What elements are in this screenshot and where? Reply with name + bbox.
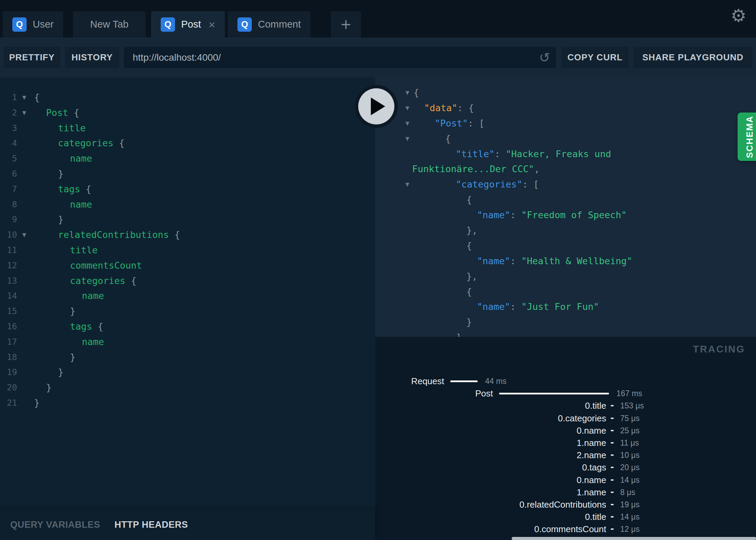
fold-arrow-icon[interactable]: ▼ <box>19 105 29 121</box>
prettify-button[interactable]: PRETTIFY <box>3 47 60 68</box>
response-code: ] <box>456 330 461 337</box>
query-variables-tab[interactable]: QUERY VARIABLES <box>10 520 100 530</box>
trace-dash <box>611 479 614 481</box>
tracing-title: TRACING <box>693 344 745 355</box>
trace-label: 0.name <box>375 474 606 486</box>
fold-arrow-icon[interactable]: ▼ <box>19 90 29 105</box>
response-code: "name": "Freedom of Speech" <box>477 208 627 223</box>
response-code: "title": "Hacker, Freaks und <box>456 147 611 162</box>
query-badge: Q <box>161 17 175 32</box>
response-line: ] <box>375 330 756 337</box>
response-code: "data": { <box>424 101 474 116</box>
response-line: ▼ "data": { <box>375 101 756 116</box>
line-number: 4 <box>0 136 17 151</box>
close-tab-icon[interactable]: × <box>208 19 215 30</box>
trace-duration-value: 10 μs <box>620 449 640 461</box>
editor-code: title <box>70 243 98 258</box>
line-number: 9 <box>0 212 17 227</box>
endpoint-input[interactable] <box>124 47 556 68</box>
trace-label: 0.title <box>375 400 606 412</box>
settings-gear-icon[interactable]: ⚙ <box>730 5 746 26</box>
editor-code: Post { <box>46 105 79 121</box>
editor-code: commentsCount <box>70 258 142 273</box>
editor-code: } <box>58 212 63 227</box>
trace-label: 1.name <box>375 486 606 498</box>
trace-duration-value: 44 ms <box>485 375 507 387</box>
execute-query-button[interactable] <box>355 85 398 128</box>
tracing-field-row: 0.name 14 μs <box>375 474 756 486</box>
line-number: 20 <box>0 380 17 395</box>
tab-comment[interactable]: Q Comment <box>228 11 310 38</box>
trace-duration-value: 19 μs <box>620 498 640 511</box>
tab-new-tab[interactable]: New Tab <box>73 11 146 38</box>
collapse-arrow-icon[interactable]: ▼ <box>403 116 411 131</box>
tab-post[interactable]: Q Post × <box>151 11 225 38</box>
tracing-field-row: 0.name 25 μs <box>375 424 756 437</box>
tracing-scrollbar[interactable] <box>512 537 756 540</box>
response-code: Funktionäre...Der CCC", <box>412 162 540 177</box>
trace-duration-value: 12 μs <box>620 523 640 535</box>
editor-code: } <box>34 395 40 411</box>
line-number: 3 <box>0 121 17 136</box>
response-pane: ▼ { ▼ "data": { ▼ "Post": [ ▼ { "title":… <box>375 77 756 337</box>
http-headers-tab[interactable]: HTTP HEADERS <box>115 520 188 530</box>
reload-schema-icon[interactable]: ↺ <box>539 50 550 65</box>
share-playground-button[interactable]: SHARE PLAYGROUND <box>633 47 753 68</box>
collapse-arrow-icon[interactable]: ▼ <box>403 177 411 192</box>
response-line: "title": "Hacker, Freaks und <box>375 147 756 162</box>
trace-dash <box>611 405 614 406</box>
tracing-field-row: 0.title 153 μs <box>375 400 756 412</box>
line-number: 17 <box>0 334 17 350</box>
editor-code: } <box>70 350 75 365</box>
editor-code: tags { <box>58 182 91 197</box>
trace-dash <box>611 442 614 444</box>
tracing-panel: TRACING Request 44 ms Post 167 ms 0.titl… <box>375 337 756 540</box>
trace-dash <box>611 516 614 518</box>
response-code: { <box>445 131 451 147</box>
line-number: 21 <box>0 395 17 411</box>
fold-arrow-icon[interactable]: ▼ <box>19 227 29 243</box>
line-number: 8 <box>0 197 17 212</box>
schema-side-tab[interactable]: SCHEMA <box>738 112 756 161</box>
trace-duration-value: 8 μs <box>620 486 635 498</box>
copy-curl-button[interactable]: COPY CURL <box>561 47 629 68</box>
collapse-arrow-icon[interactable]: ▼ <box>403 131 411 147</box>
add-tab-button[interactable]: + <box>331 11 361 38</box>
response-line: { <box>375 238 756 254</box>
trace-duration-value: 14 μs <box>620 511 640 523</box>
editor-line: 12 commentsCount <box>0 258 375 273</box>
collapse-arrow-icon[interactable]: ▼ <box>403 101 411 116</box>
editor-line: 21 } <box>0 395 375 411</box>
trace-label: 0.categories <box>375 412 606 424</box>
line-number: 15 <box>0 304 17 319</box>
query-editor[interactable]: 1 ▼ { 2 ▼ Post { 3 title 4 categories { … <box>0 77 375 510</box>
trace-label: Post <box>375 387 493 400</box>
tab-user[interactable]: Q User <box>3 11 63 38</box>
tracing-bar-row: Post 167 ms <box>375 387 756 400</box>
response-json: ▼ { ▼ "data": { ▼ "Post": [ ▼ { "title":… <box>375 85 756 337</box>
response-code: { <box>413 85 419 101</box>
query-editor-lines: 1 ▼ { 2 ▼ Post { 3 title 4 categories { … <box>0 90 375 411</box>
response-line: "name": "Just For Fun" <box>375 299 756 315</box>
history-button[interactable]: HISTORY <box>65 47 119 68</box>
endpoint-field-wrap: ↺ <box>124 47 556 68</box>
editor-code: } <box>58 365 63 380</box>
response-line: Funktionäre...Der CCC", <box>375 162 756 177</box>
collapse-arrow-icon[interactable]: ▼ <box>403 85 411 101</box>
editor-line: 1 ▼ { <box>0 90 375 105</box>
trace-duration-value: 14 μs <box>620 474 640 486</box>
editor-line: 4 categories { <box>0 136 375 151</box>
tracing-field-row: 2.name 10 μs <box>375 449 756 461</box>
line-number: 11 <box>0 243 17 258</box>
tab-label: Post <box>181 19 201 30</box>
query-badge: Q <box>237 17 252 32</box>
response-line: ▼ "categories": [ <box>375 177 756 192</box>
trace-label: 0.commentsCount <box>375 523 606 535</box>
tracing-field-row: 0.categories 75 μs <box>375 412 756 424</box>
editor-code: name <box>70 151 92 166</box>
editor-line: 3 title <box>0 121 375 136</box>
editor-line: 14 name <box>0 288 375 304</box>
editor-line: 2 ▼ Post { <box>0 105 375 121</box>
line-number: 14 <box>0 288 17 304</box>
response-line: } <box>375 315 756 330</box>
